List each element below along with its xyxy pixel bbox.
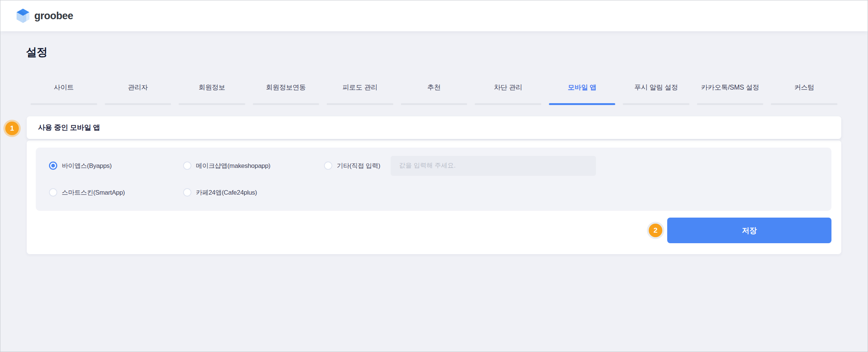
tab-fatigue-management[interactable]: 피로도 관리 <box>323 83 397 105</box>
radio-smartapp[interactable] <box>49 188 57 197</box>
tab-underline <box>31 103 97 105</box>
tab-underline <box>253 103 319 105</box>
save-button[interactable]: 저장 <box>667 218 831 243</box>
option-smartapp[interactable]: 스마트스킨(SmartApp) <box>49 188 183 197</box>
tab-push-notification-settings[interactable]: 푸시 알림 설정 <box>619 83 693 105</box>
option-byapps[interactable]: 바이앱스(Byapps) <box>49 162 183 170</box>
tab-custom[interactable]: 커스텀 <box>767 83 841 105</box>
tab-mobile-app[interactable]: 모바일 앱 <box>545 83 619 105</box>
groobee-logo-icon <box>15 8 31 24</box>
tab-underline <box>475 103 541 105</box>
tab-underline <box>697 103 764 105</box>
tab-admin[interactable]: 관리자 <box>101 83 175 105</box>
mobile-app-options-box: 바이앱스(Byapps) 메이크샵앱(makeshopapp) 기타(직접 입력… <box>36 148 831 211</box>
section-title: 사용 중인 모바일 앱 <box>38 123 100 133</box>
groobee-logo[interactable]: groobee <box>15 8 73 24</box>
tab-recommendation[interactable]: 추천 <box>397 83 471 105</box>
step-1-badge: 1 <box>5 122 19 135</box>
option-makeshopapp[interactable]: 메이크샵앱(makeshopapp) <box>183 162 324 170</box>
tab-kakaotalk-sms-settings[interactable]: 카카오톡/SMS 설정 <box>693 83 767 105</box>
logo-text: groobee <box>34 10 73 22</box>
radio-cafe24plus[interactable] <box>183 188 191 197</box>
tab-underline <box>623 103 689 105</box>
tab-member-info-sync[interactable]: 회원정보연동 <box>249 83 323 105</box>
tab-block-management[interactable]: 차단 관리 <box>471 83 545 105</box>
mobile-app-form-card: 바이앱스(Byapps) 메이크샵앱(makeshopapp) 기타(직접 입력… <box>27 140 841 254</box>
tab-site[interactable]: 사이트 <box>27 83 101 105</box>
app-header: groobee <box>0 0 868 31</box>
tab-underline <box>179 103 245 105</box>
tab-underline <box>771 103 837 105</box>
radio-other[interactable] <box>324 162 332 170</box>
other-app-input[interactable] <box>391 156 596 176</box>
tab-underline <box>327 103 393 105</box>
tab-member-info[interactable]: 회원정보 <box>175 83 249 105</box>
radio-byapps[interactable] <box>49 162 57 170</box>
tab-underline <box>105 103 171 105</box>
option-cafe24plus[interactable]: 카페24앱(Cafe24plus) <box>183 188 257 197</box>
tab-underline-active <box>549 103 616 105</box>
tab-underline <box>401 103 468 105</box>
option-other[interactable]: 기타(직접 입력) <box>324 156 596 176</box>
step-2-badge: 2 <box>649 224 662 237</box>
settings-tab-bar: 사이트 관리자 회원정보 회원정보연동 피로도 관리 추천 차단 관리 모바일 … <box>27 83 841 105</box>
radio-makeshopapp[interactable] <box>183 162 191 170</box>
section-header-card: 사용 중인 모바일 앱 <box>27 116 841 139</box>
page-title: 설정 <box>26 45 841 60</box>
